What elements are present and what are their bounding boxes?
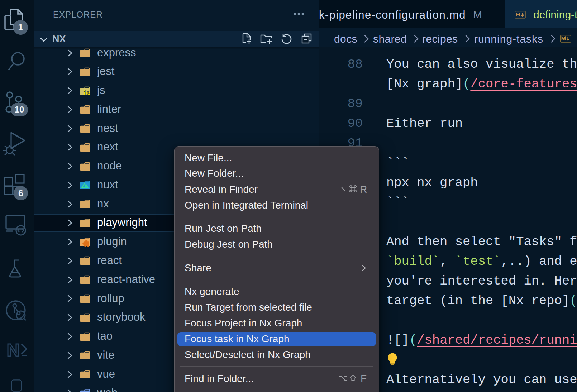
svg-text:js: js <box>83 89 90 95</box>
